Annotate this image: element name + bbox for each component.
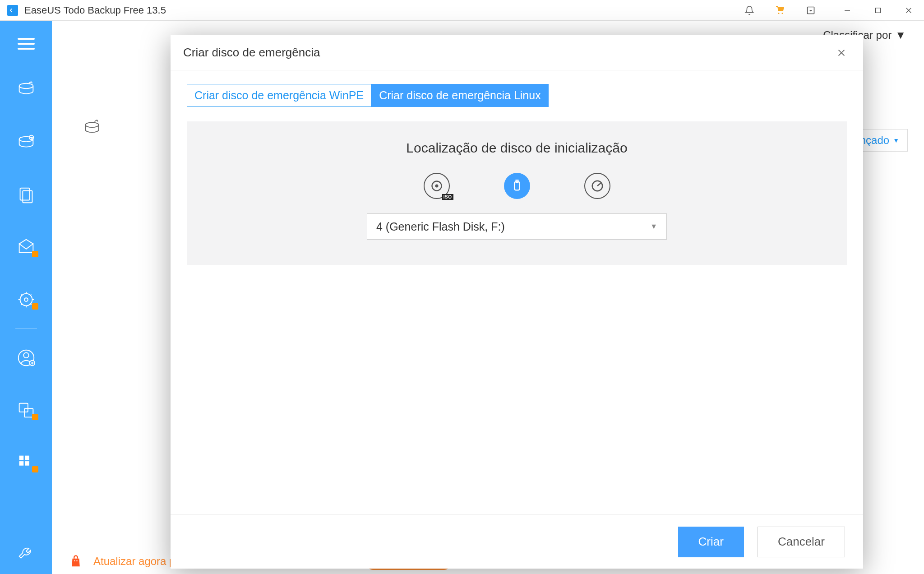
svg-rect-15 (19, 403, 28, 412)
sidebar-item-account[interactable] (0, 332, 52, 384)
shopping-bag-icon (69, 555, 83, 568)
sidebar-item-mail-backup[interactable] (0, 221, 52, 273)
tab-linux[interactable]: Criar disco de emergência Linux (371, 84, 549, 107)
svg-rect-26 (514, 182, 520, 190)
disk-type-tabs: Criar disco de emergência WinPE Criar di… (187, 84, 847, 107)
sidebar-menu-toggle[interactable] (0, 23, 52, 64)
menu-dropdown-button[interactable] (795, 0, 826, 20)
notifications-button[interactable] (734, 0, 765, 20)
iso-option[interactable]: ISO (424, 173, 450, 199)
minimize-button[interactable] (832, 0, 863, 20)
svg-rect-20 (25, 461, 29, 466)
svg-rect-9 (23, 190, 32, 203)
usb-option[interactable] (504, 173, 530, 199)
sidebar-item-clone[interactable] (0, 384, 52, 436)
sidebar-item-system-backup[interactable] (0, 116, 52, 169)
cancel-button[interactable]: Cancelar (758, 527, 845, 557)
titlebar: EaseUS Todo Backup Free 13.5 (0, 0, 924, 21)
caret-down-icon: ▼ (893, 137, 899, 144)
sidebar-item-smart-backup[interactable] (0, 273, 52, 326)
disk-select[interactable]: 4 (Generic Flash Disk, F:) ▼ (367, 213, 667, 240)
svg-rect-17 (19, 456, 23, 460)
maximize-button[interactable] (863, 0, 893, 20)
svg-point-21 (85, 122, 98, 127)
sidebar (0, 21, 52, 574)
dialog-title: Criar disco de emergência (183, 46, 320, 60)
sidebar-separator (15, 329, 37, 329)
lock-badge-icon (32, 303, 38, 310)
content-area: Classificar por ▼ Avançado ▼ Criar disco… (52, 21, 924, 574)
sidebar-item-file-backup[interactable] (0, 169, 52, 221)
svg-point-11 (24, 298, 28, 301)
caret-down-icon: ▼ (650, 222, 657, 231)
svg-point-25 (435, 185, 438, 187)
create-button[interactable]: Criar (678, 527, 744, 557)
app-title: EaseUS Todo Backup Free 13.5 (24, 5, 166, 16)
svg-line-29 (597, 183, 601, 186)
svg-rect-19 (19, 461, 23, 466)
close-dialog-button[interactable] (832, 44, 850, 62)
app-logo-icon (7, 5, 18, 16)
svg-rect-18 (25, 456, 29, 460)
svg-point-5 (19, 83, 33, 89)
sidebar-item-disk-backup[interactable] (0, 64, 52, 116)
dialog-header: Criar disco de emergência (171, 35, 863, 70)
lock-badge-icon (32, 251, 38, 257)
svg-point-13 (23, 353, 29, 358)
svg-rect-16 (24, 408, 33, 417)
svg-rect-8 (20, 188, 29, 200)
svg-point-30 (74, 560, 75, 561)
caret-down-icon: ▼ (895, 29, 906, 42)
dialog-footer: Criar Cancelar (171, 514, 863, 569)
iso-badge: ISO (442, 194, 453, 200)
disk-icon (81, 118, 103, 140)
lock-badge-icon (32, 414, 38, 420)
emergency-disk-dialog: Criar disco de emergência Criar disco de… (171, 35, 863, 569)
lock-badge-icon (32, 466, 38, 472)
sidebar-item-tools[interactable] (0, 436, 52, 489)
titlebar-divider (829, 6, 829, 14)
select-value: 4 (Generic Flash Disk, F:) (376, 220, 505, 233)
svg-rect-2 (876, 8, 881, 13)
panel-title: Localização de disco de inicialização (187, 140, 847, 156)
boot-location-panel: Localização de disco de inicialização IS… (187, 121, 847, 265)
tab-winpe[interactable]: Criar disco de emergência WinPE (187, 84, 371, 107)
cart-button[interactable] (765, 0, 795, 20)
close-window-button[interactable] (893, 0, 924, 20)
sidebar-item-settings[interactable] (0, 533, 52, 574)
cd-option[interactable] (584, 173, 610, 199)
svg-point-31 (76, 560, 78, 561)
